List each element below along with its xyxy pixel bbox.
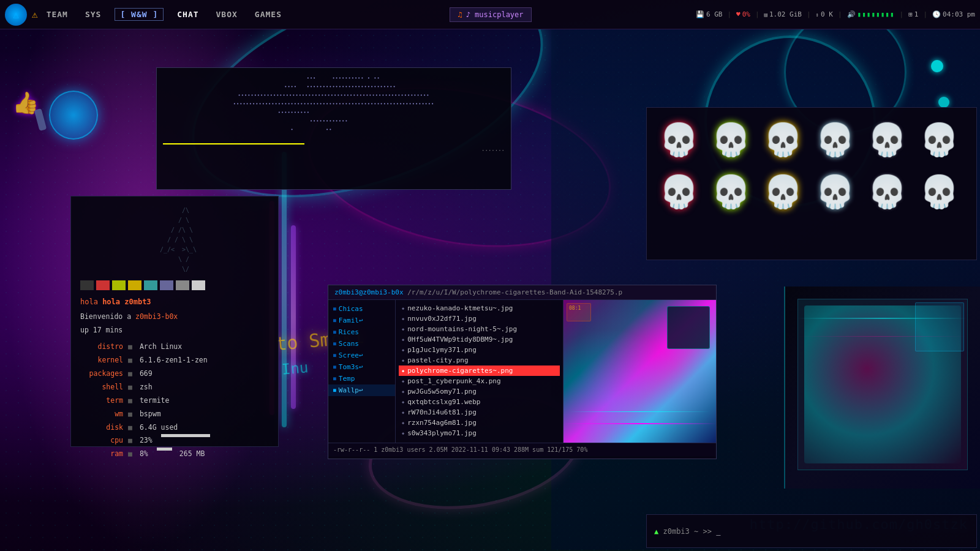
neo-ram-key: ram xyxy=(80,448,123,461)
skull-dark-2[interactable]: 💀 xyxy=(916,169,962,215)
musicplayer-widget[interactable]: ♫ ♪ musicplayer xyxy=(450,7,531,22)
topbar: △ ⚠ TEAM SYS [ W&W ] CHAT VBOX GAMES ♫ ♪… xyxy=(0,0,980,29)
terminal-arrows: >> xyxy=(703,527,717,536)
neo-info-block: hola hola z0mbt3 Bienvenido a z0mbi3-b0x… xyxy=(80,295,269,461)
neo-wm-key: wm xyxy=(80,408,123,421)
neo-ram-bar xyxy=(157,448,172,451)
divider-1: | xyxy=(727,10,731,18)
fm-sidebar: Chicas Famil↩ Rices Scans Scree↩ Tom3s↩ … xyxy=(328,300,396,443)
fm-dir-temp[interactable]: Temp xyxy=(328,373,395,384)
fm-preview-panel: 08:1 xyxy=(563,300,716,443)
divider-5: | xyxy=(900,10,904,18)
skull-gray-2[interactable]: 💀 xyxy=(864,169,910,215)
storage-status: 💾 6 GB xyxy=(696,10,723,18)
music-note-icon: ♫ xyxy=(458,10,462,19)
skull-cyan-2[interactable]: 💀 xyxy=(812,169,858,215)
nav-team[interactable]: TEAM xyxy=(43,7,72,21)
fm-dir-famil[interactable]: Famil↩ xyxy=(328,315,395,326)
fm-file-10[interactable]: qxtqbtcslxg91.webp xyxy=(399,397,560,407)
nav-games[interactable]: GAMES xyxy=(251,7,285,21)
nav-waw[interactable]: [ W&W ] xyxy=(115,8,164,21)
musicplayer-label: ♪ musicplayer xyxy=(466,10,524,19)
health-status: ♥ 0% xyxy=(736,10,750,18)
neo-ram-sep: ■ xyxy=(128,448,132,461)
neo-ascii-triangle: /\ / \ / /\ \ / / \ \ /_/< >\_\ \ / \/ xyxy=(80,206,269,274)
ascii-dots-indicator: ······· xyxy=(157,148,505,154)
ascii-dots-row1: ••• •••••••••• • •• •••• •••••••••••••••… xyxy=(163,74,505,134)
fm-dir-scree[interactable]: Scree↩ xyxy=(328,350,395,361)
fm-file-12[interactable]: rzxn754ag6m81.jpg xyxy=(399,418,560,428)
topbar-right: 💾 6 GB | ♥ 0% | ▤ 1.02 GiB | ↕ 0 K | 🔊 ▮… xyxy=(696,10,975,18)
skull-yellow-green-1[interactable]: 💀 xyxy=(708,117,754,163)
neo-wm-val: bspwm xyxy=(140,408,161,421)
fm-preview-image: 08:1 xyxy=(564,300,716,443)
color-block-1 xyxy=(96,280,110,290)
fm-dir-scans[interactable]: Scans xyxy=(328,338,395,350)
fm-title-path: /r/m/z/u/I/W/polychrome-cigarettes-Band-… xyxy=(407,288,622,296)
fm-file-2[interactable]: nnvuv0xJ2df71.jpg xyxy=(399,313,560,324)
neo-greeting: hola hola z0mbt3 xyxy=(80,295,269,309)
skull-gray-1[interactable]: 💀 xyxy=(864,117,910,163)
skull-yellow-green-2[interactable]: 💀 xyxy=(708,169,754,215)
color-block-7 xyxy=(192,280,205,290)
net-icon: ↕ xyxy=(816,12,819,18)
skull-dark-1[interactable]: 💀 xyxy=(916,117,962,163)
skull-yellow-2[interactable]: 💀 xyxy=(760,169,806,215)
terminal-tilde: ~ xyxy=(694,527,698,536)
fm-file-8[interactable]: post_1_cyberpunk_4x.png xyxy=(399,376,560,386)
nav-sys[interactable]: SYS xyxy=(81,7,105,21)
skull-red-2[interactable]: 💀 xyxy=(656,169,702,215)
clock-icon: 🕓 xyxy=(932,10,941,18)
neo-disk-val: 6.4G used xyxy=(140,421,178,435)
fm-dir-chicas[interactable]: Chicas xyxy=(328,303,395,315)
neo-cpu-sep: ■ xyxy=(128,434,132,448)
nav-chat[interactable]: CHAT xyxy=(173,7,202,21)
neo-shell-val: zsh xyxy=(140,381,153,394)
fm-dir-wallp[interactable]: Wallp↩ xyxy=(328,384,395,396)
fm-file-13[interactable]: s0w343plymo71.jpg xyxy=(399,428,560,438)
color-block-2 xyxy=(112,280,126,290)
fm-file-9[interactable]: pwJGu5w5omy71.png xyxy=(399,386,560,397)
terminal-cursor: _ xyxy=(716,527,720,536)
fm-title-user: z0mbi3@z0mbi3-b0x xyxy=(334,288,404,296)
neo-disk-key: disk xyxy=(80,421,123,435)
skull-red-1[interactable]: 💀 xyxy=(656,117,702,163)
fm-file-11[interactable]: rW70nJi4u6t81.jpg xyxy=(399,407,560,418)
fm-file-1[interactable]: nezuko-kanado-ktmetsu~.jpg xyxy=(399,303,560,313)
fm-dir-rices[interactable]: Rices xyxy=(328,326,395,338)
divider-4: | xyxy=(838,10,842,18)
skull-yellow-1[interactable]: 💀 xyxy=(760,117,806,163)
heart-icon: ♥ xyxy=(736,10,741,18)
workspace-val: 1 xyxy=(914,10,919,18)
mem-val: 1.02 GiB xyxy=(769,10,802,18)
fm-file-6[interactable]: pastel-city.png xyxy=(399,355,560,365)
mem-status: ▤ 1.02 GiB xyxy=(764,10,802,18)
neo-cpu-val: 23% xyxy=(140,434,153,448)
skull-cyan-1[interactable]: 💀 xyxy=(812,117,858,163)
color-block-6 xyxy=(176,280,189,290)
logo[interactable]: △ xyxy=(5,4,27,26)
fm-file-5[interactable]: p1gJuc1ymy371.png xyxy=(399,345,560,355)
nav-vbox[interactable]: VBOX xyxy=(213,7,241,21)
neon-sign-inu: Inu xyxy=(281,359,309,378)
neo-kernel-sep: ■ xyxy=(128,354,132,367)
fm-dir-tom3s[interactable]: Tom3s↩ xyxy=(328,361,395,373)
mem-icon: ▤ xyxy=(764,12,767,18)
topbar-center: ♫ ♪ musicplayer xyxy=(285,7,696,22)
fm-file-4[interactable]: 0Hf5uW4TVWp9tidy8DBM9~.jpg xyxy=(399,334,560,345)
fm-file-7-selected[interactable]: polychrome-cigarettes~.png xyxy=(399,365,560,376)
neo-distro-line: distro ■ Arch Linux xyxy=(80,340,269,354)
neo-disk-line: disk ■ 6.4G used xyxy=(80,421,269,435)
prompt-symbol: ▲ xyxy=(654,527,658,536)
neo-wm-sep: ■ xyxy=(128,408,132,421)
fm-filelist: nezuko-kanado-ktmetsu~.jpg nnvuv0xJ2df71… xyxy=(396,300,563,443)
neo-kernel-key: kernel xyxy=(80,354,123,367)
vol-icon: 🔊 xyxy=(847,10,856,18)
fm-file-3[interactable]: nord-mountains-night-5~.jpg xyxy=(399,324,560,334)
skull-row-2: 💀 💀 💀 💀 💀 💀 xyxy=(656,169,967,215)
neo-distro-val: Arch Linux xyxy=(140,340,182,354)
neofetch-window: /\ / \ / /\ \ / / \ \ /_/< >\_\ \ / \/ h… xyxy=(70,196,279,447)
anime-blue-orb xyxy=(49,91,98,140)
divider-2: | xyxy=(755,10,760,18)
workspace-icon: ⊞ xyxy=(908,10,913,18)
